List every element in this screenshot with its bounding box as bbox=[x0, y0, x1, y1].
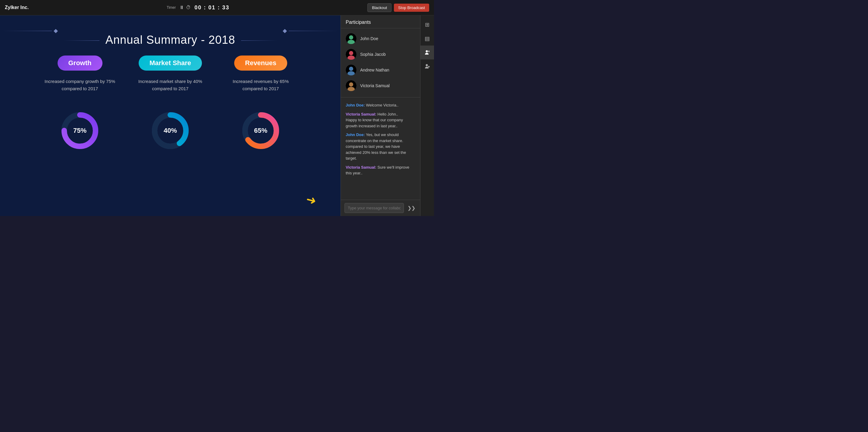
topbar: Zylker Inc. Timer ⏸ ⏱ 00 : 01 : 33 Black… bbox=[0, 0, 434, 16]
main-content: Annual Summary - 2018 Growth Increased c… bbox=[0, 16, 434, 216]
chat-sender: Victoria Samual: bbox=[346, 165, 376, 170]
cards-row: Growth Increased company growth by 75% c… bbox=[0, 56, 341, 150]
participants-icon-button[interactable] bbox=[421, 46, 434, 59]
title-diamond-right bbox=[283, 29, 287, 33]
card-description: Increased revenues by 65% compared to 20… bbox=[224, 78, 297, 102]
participant-name: John Doe bbox=[360, 36, 378, 41]
slides-icon-button[interactable]: ▤ bbox=[421, 32, 434, 46]
chat-text: Hello John.. bbox=[377, 112, 398, 116]
donut-chart: 40% bbox=[151, 111, 190, 150]
arrow-hint: ➜ bbox=[305, 192, 318, 208]
svg-point-13 bbox=[349, 51, 353, 55]
participant-name: Victoria Samual bbox=[360, 83, 390, 88]
card-market-share: Market Share Increased market share by 4… bbox=[134, 56, 207, 150]
sidebar: Participants John Doe Sophia Jacob bbox=[341, 16, 434, 216]
avatar bbox=[346, 64, 356, 76]
avatar bbox=[346, 80, 356, 91]
chat-input-area: ❯❯ bbox=[341, 200, 420, 216]
avatar bbox=[346, 49, 356, 60]
chat-message: John Doe: Welcome Victoria.. bbox=[346, 102, 415, 108]
card-description: Increased market share by 40% compared t… bbox=[134, 78, 207, 102]
chat-text-cont: Happy to know that our company growth in… bbox=[346, 118, 403, 128]
card-badge: Market Share bbox=[138, 56, 202, 70]
timer-display: 00 : 01 : 33 bbox=[194, 4, 229, 11]
donut-label: 65% bbox=[254, 127, 267, 135]
chat-message: Victoria Samual: Sure we'll improve this… bbox=[346, 165, 415, 176]
chat-input[interactable] bbox=[344, 203, 404, 213]
participant-item[interactable]: Sophia Jacob bbox=[341, 47, 420, 62]
participants-list: John Doe Sophia Jacob Andrew Nathan bbox=[341, 28, 420, 96]
add-participant-icon-button[interactable] bbox=[421, 59, 434, 73]
timer-pause-button[interactable]: ⏸ bbox=[179, 5, 184, 10]
topbar-right: Blackout Stop Broadcast bbox=[367, 3, 429, 12]
chat-sender: Victoria Samual: bbox=[346, 112, 376, 116]
blackout-button[interactable]: Blackout bbox=[367, 3, 392, 12]
chat-text: Welcome Victoria.. bbox=[366, 103, 398, 107]
slide-title: Annual Summary - 2018 bbox=[57, 33, 284, 47]
participant-item[interactable]: Andrew Nathan bbox=[341, 62, 420, 78]
timer-label: Timer bbox=[167, 5, 176, 10]
donut-label: 75% bbox=[73, 127, 87, 135]
sidebar-top: Participants John Doe Sophia Jacob bbox=[341, 16, 434, 216]
chat-text-cont: compared to last year, we have achieved … bbox=[346, 144, 406, 161]
title-line-right bbox=[289, 31, 338, 31]
donut-chart: 75% bbox=[60, 111, 99, 150]
chat-message: Victoria Samual: Hello John.. Happy to k… bbox=[346, 111, 415, 129]
timer-controls: ⏸ ⏱ bbox=[179, 5, 191, 10]
chat-send-button[interactable]: ❯❯ bbox=[406, 204, 416, 212]
avatar bbox=[346, 33, 356, 44]
timer-section: Timer ⏸ ⏱ 00 : 01 : 33 bbox=[167, 4, 229, 11]
card-revenues: Revenues Increased revenues by 65% compa… bbox=[224, 56, 297, 150]
title-line-left bbox=[2, 31, 52, 31]
card-badge: Revenues bbox=[234, 56, 287, 70]
logo: Zylker Inc. bbox=[5, 5, 29, 10]
svg-point-10 bbox=[349, 35, 353, 39]
svg-point-22 bbox=[428, 51, 430, 52]
card-growth: Growth Increased company growth by 75% c… bbox=[44, 56, 116, 150]
participant-item[interactable]: John Doe bbox=[341, 31, 420, 47]
presentation-area: Annual Summary - 2018 Growth Increased c… bbox=[0, 16, 341, 216]
stop-broadcast-button[interactable]: Stop Broadcast bbox=[394, 4, 429, 12]
timer-reset-button[interactable]: ⏱ bbox=[186, 5, 191, 10]
title-row: Annual Summary - 2018 bbox=[0, 16, 341, 47]
card-description: Increased company growth by 75% compared… bbox=[44, 78, 116, 102]
donut-chart: 65% bbox=[241, 111, 280, 150]
chat-message: John Doe: Yes, but we should concentrate… bbox=[346, 132, 415, 162]
donut-label: 40% bbox=[164, 127, 177, 135]
participant-name: Sophia Jacob bbox=[360, 52, 386, 57]
svg-point-21 bbox=[426, 50, 428, 53]
sidebar-main: Participants John Doe Sophia Jacob bbox=[341, 16, 420, 216]
participant-item[interactable]: Victoria Samual bbox=[341, 78, 420, 93]
chat-divider bbox=[341, 97, 420, 97]
chat-sender: John Doe: bbox=[346, 103, 365, 107]
card-badge: Growth bbox=[58, 56, 102, 70]
chat-area: John Doe: Welcome Victoria.. Victoria Sa… bbox=[341, 99, 420, 200]
sidebar-icons: ⊞ ▤ bbox=[420, 16, 434, 216]
title-diamond-left bbox=[54, 29, 58, 33]
svg-point-19 bbox=[349, 82, 353, 87]
svg-point-23 bbox=[426, 64, 428, 66]
svg-point-16 bbox=[349, 67, 353, 71]
chat-sender: John Doe: bbox=[346, 133, 365, 137]
participant-name: Andrew Nathan bbox=[360, 67, 390, 73]
layout-icon-button[interactable]: ⊞ bbox=[421, 18, 434, 32]
participants-header: Participants bbox=[341, 16, 420, 28]
